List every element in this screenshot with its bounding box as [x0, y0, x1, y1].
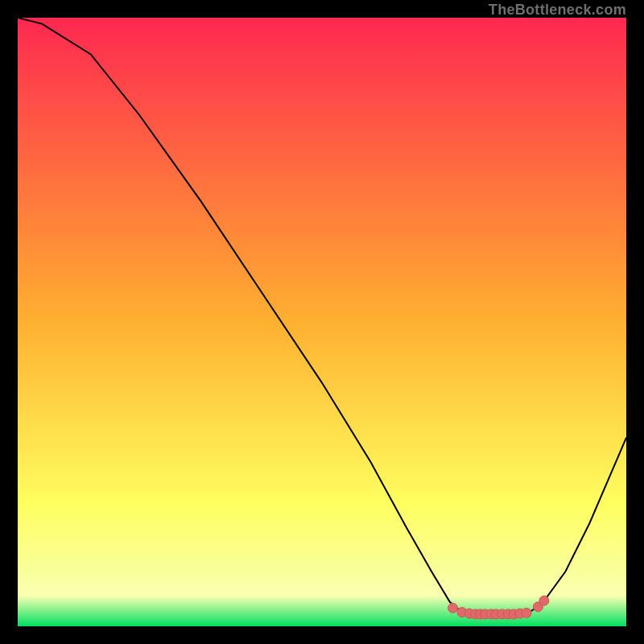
watermark-text: TheBottleneck.com [489, 2, 626, 19]
data-marker [539, 596, 549, 605]
chart-frame: TheBottleneck.com [0, 0, 644, 644]
data-marker [448, 603, 458, 613]
chart-plot [18, 18, 626, 626]
gradient-background [18, 18, 626, 626]
data-marker [522, 608, 531, 617]
